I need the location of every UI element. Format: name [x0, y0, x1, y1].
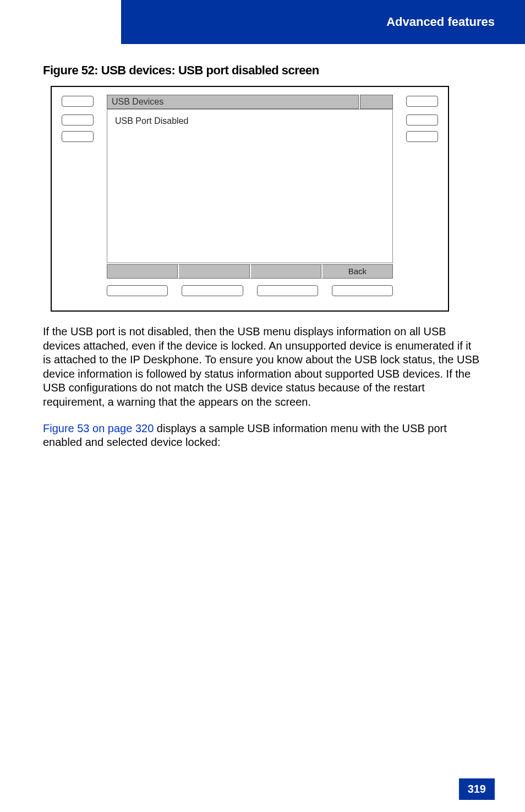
right-side-key-1 [406, 96, 438, 107]
page-number: 319 [459, 778, 495, 800]
bottom-key-4 [332, 285, 393, 296]
softkey-row: Back [107, 264, 393, 279]
bottom-key-1 [107, 285, 168, 296]
softkey-2[interactable] [178, 264, 249, 279]
softkey-3[interactable] [250, 264, 321, 279]
screen-header-row: USB Devices [107, 95, 393, 109]
body-paragraph-1: If the USB port is not disabled, then th… [43, 325, 482, 410]
figure-53-link[interactable]: Figure 53 on page 320 [43, 422, 154, 434]
page-header-bar: Advanced features [121, 0, 525, 44]
screen-title-corner [360, 95, 393, 109]
left-side-key-2 [62, 115, 94, 126]
phone-screen-figure: USB Devices USB Port Disabled Back [51, 86, 449, 312]
bottom-key-row [107, 285, 393, 296]
screen-body-text: USB Port Disabled [107, 110, 392, 133]
screen-title-bar: USB Devices [107, 95, 359, 109]
figure-caption: Figure 52: USB devices: USB port disable… [43, 63, 482, 78]
screen-body-area: USB Port Disabled [107, 109, 393, 263]
bottom-key-3 [257, 285, 318, 296]
page-content: Figure 52: USB devices: USB port disable… [43, 63, 482, 450]
body-paragraph-2: Figure 53 on page 320 displays a sample … [43, 422, 482, 450]
softkey-1[interactable] [107, 264, 178, 279]
left-side-key-3 [62, 131, 94, 142]
softkey-4-back[interactable]: Back [321, 264, 393, 279]
right-side-key-2 [406, 115, 438, 126]
left-side-key-1 [62, 96, 94, 107]
page-header-title: Advanced features [386, 15, 495, 29]
right-side-key-3 [406, 131, 438, 142]
bottom-key-2 [182, 285, 243, 296]
